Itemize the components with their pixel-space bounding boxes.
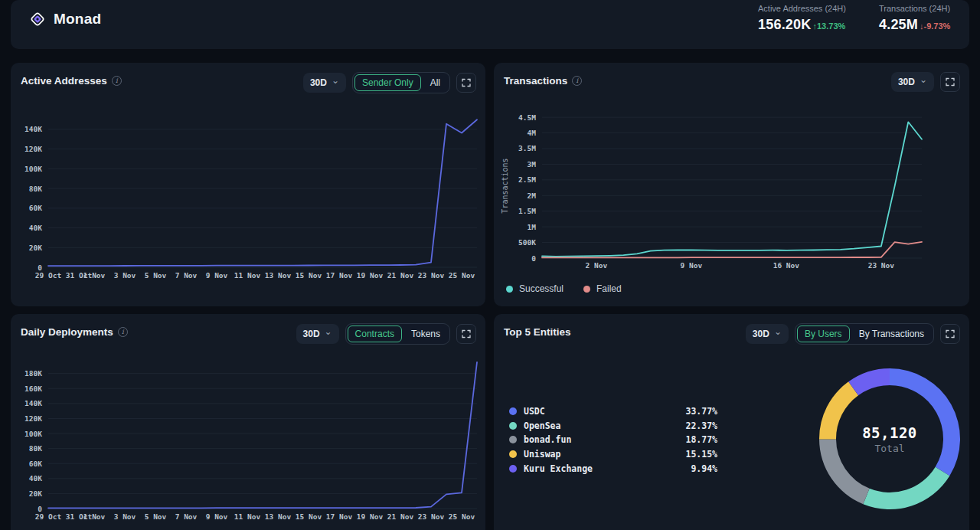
y-tick-label: 40K	[29, 224, 42, 232]
y-tick-label: 0	[531, 254, 536, 263]
y-tick-label: 60K	[29, 460, 42, 468]
monad-logo-icon	[29, 11, 46, 28]
x-tick-label: 3 Nov	[114, 271, 136, 280]
x-tick-label: 21 Nov	[387, 512, 414, 521]
x-tick-label: 5 Nov	[145, 271, 167, 280]
stat-change-down: ↓-9.73%	[920, 21, 950, 31]
panel-top-entities: Top 5 Entities 30D ⌄ By Users By Transac…	[494, 314, 969, 530]
y-tick-label: 120K	[24, 414, 42, 423]
x-tick-label: 13 Nov	[265, 512, 292, 521]
legend-item-successful[interactable]: Successful	[506, 283, 564, 294]
x-tick-label: 7 Nov	[175, 271, 198, 280]
x-tick-label: 1 Nov	[83, 271, 106, 280]
y-tick-label: 3.5M	[518, 144, 536, 152]
x-tick-label: 19 Nov	[357, 512, 384, 521]
y-tick-label: 60K	[29, 204, 42, 212]
x-tick-label: 23 Nov	[418, 512, 445, 521]
donut-total-label: Total	[862, 443, 917, 454]
x-tick-label: 21 Nov	[387, 271, 414, 280]
panel-daily-deployments: Daily Deployments i 30D ⌄ Contracts Toke…	[11, 314, 485, 530]
donut-center: 85,120 Total	[862, 424, 917, 454]
brand: Monad	[29, 11, 101, 28]
stat-active-addresses-24h: Active Addresses (24H) 156.20K ↑13.73%	[758, 4, 846, 33]
legend-item-failed[interactable]: Failed	[583, 283, 622, 294]
x-tick-label: 19 Nov	[357, 271, 384, 280]
stat-value: 156.20K	[758, 17, 811, 33]
header-bar: Monad Active Addresses (24H) 156.20K ↑13…	[11, 0, 969, 49]
x-tick-label: 9 Nov	[206, 271, 228, 280]
x-tick-label: 23 Nov	[868, 261, 895, 270]
stat-change-up: ↑13.73%	[812, 21, 845, 31]
panel-active-addresses: Active Addresses i 30D ⌄ Sender Only All…	[11, 63, 485, 306]
y-tick-label: 1M	[528, 223, 537, 231]
y-tick-label: 100K	[24, 430, 42, 438]
series-line-contracts	[48, 362, 477, 508]
x-tick-label: 11 Nov	[234, 271, 261, 280]
donut-total-value: 85,120	[862, 424, 917, 441]
app-title: Monad	[54, 11, 101, 28]
stat-label: Active Addresses (24H)	[758, 4, 846, 13]
daily-deployments-chart: 020K40K60K80K100K120K140K160K180K29 Oct3…	[11, 314, 485, 530]
panel-transactions: Transactions i 30D ⌄ Transactions 0500K1…	[494, 63, 969, 306]
x-tick-label: 2 Nov	[586, 261, 608, 270]
donut-slice-uniswap	[819, 381, 858, 439]
x-tick-label: 9 Nov	[206, 512, 228, 521]
y-tick-label: 0	[38, 263, 42, 272]
y-tick-label: 2M	[528, 191, 537, 200]
x-tick-label: 23 Nov	[418, 271, 445, 280]
x-tick-label: 15 Nov	[296, 271, 322, 280]
legend-label: Failed	[596, 283, 622, 294]
y-tick-label: 2.5M	[518, 175, 536, 184]
legend-dot-icon	[506, 286, 513, 293]
y-tick-label: 80K	[29, 185, 42, 193]
y-tick-label: 120K	[24, 145, 42, 153]
legend-dot-icon	[583, 286, 590, 293]
x-tick-label: 3 Nov	[114, 512, 136, 521]
stat-label: Transactions (24H)	[879, 4, 950, 13]
y-tick-label: 20K	[29, 489, 42, 498]
y-tick-label: 140K	[24, 125, 42, 133]
x-tick-label: 7 Nov	[175, 512, 198, 521]
y-tick-label: 180K	[24, 369, 42, 378]
donut-slice-opensea	[863, 467, 949, 509]
x-tick-label: 25 Nov	[449, 512, 475, 521]
x-tick-label: 29 Oct	[35, 271, 61, 280]
y-tick-label: 3M	[528, 160, 537, 168]
x-tick-label: 16 Nov	[773, 261, 800, 270]
donut-slice-usdc	[890, 368, 960, 476]
series-line-successful	[542, 122, 922, 256]
dashboard: Monad Active Addresses (24H) 156.20K ↑13…	[0, 0, 980, 530]
stat-transactions-24h: Transactions (24H) 4.25M ↓-9.73%	[879, 4, 950, 33]
legend-label: Successful	[519, 283, 564, 294]
x-tick-label: 17 Nov	[326, 512, 353, 521]
series-line-active-addresses	[48, 119, 477, 266]
y-tick-label: 40K	[29, 474, 42, 483]
y-tick-label: 1.5M	[518, 207, 536, 215]
x-tick-label: 9 Nov	[681, 261, 703, 270]
x-tick-label: 1 Nov	[83, 512, 106, 521]
x-tick-label: 5 Nov	[145, 512, 167, 521]
stat-value: 4.25M	[879, 17, 918, 33]
x-tick-label: 17 Nov	[326, 271, 353, 280]
y-tick-label: 4.5M	[518, 113, 536, 122]
y-tick-label: 80K	[29, 444, 42, 453]
y-tick-label: 160K	[24, 384, 42, 393]
x-tick-label: 25 Nov	[449, 271, 475, 280]
active-addresses-chart: 020K40K60K80K100K120K140K29 Oct31 Oct1 N…	[11, 63, 485, 306]
y-tick-label: 4M	[528, 129, 537, 137]
x-tick-label: 29 Oct	[35, 512, 61, 521]
y-tick-label: 100K	[24, 165, 42, 173]
top-entities-donut-chart	[494, 314, 969, 530]
y-tick-label: 500K	[518, 238, 536, 247]
x-tick-label: 13 Nov	[265, 271, 292, 280]
x-tick-label: 11 Nov	[234, 512, 261, 521]
transactions-chart: 0500K1M1.5M2M2.5M3M3.5M4M4.5M2 Nov9 Nov1…	[494, 63, 969, 306]
y-tick-label: 140K	[24, 399, 42, 407]
y-tick-label: 0	[38, 505, 42, 513]
chart-legend: SuccessfulFailed	[506, 283, 622, 294]
y-tick-label: 20K	[29, 244, 42, 252]
x-tick-label: 15 Nov	[296, 512, 322, 521]
